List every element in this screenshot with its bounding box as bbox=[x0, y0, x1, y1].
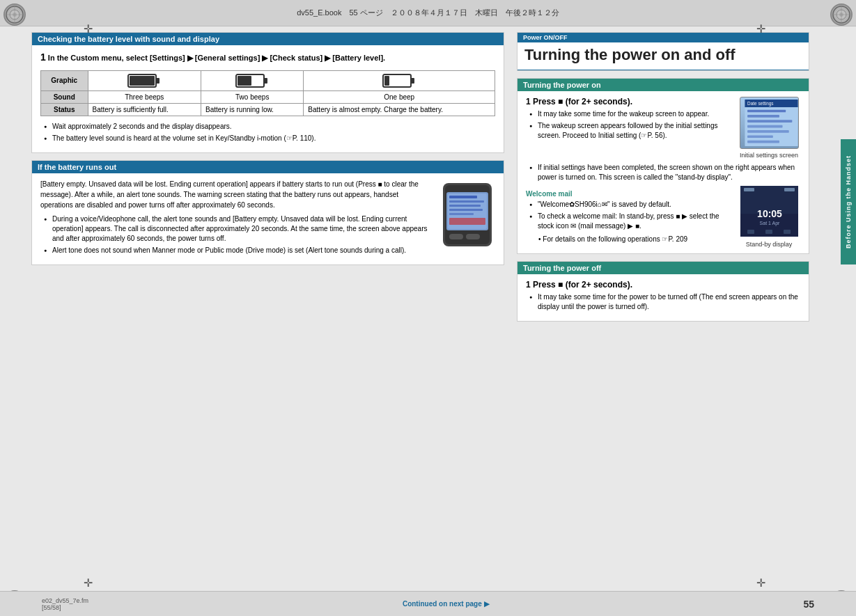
status-label: Status bbox=[54, 106, 75, 113]
two-beeps: Two beeps bbox=[235, 93, 269, 101]
power-on-bullets: It may take some time for the wakeup scr… bbox=[526, 109, 732, 141]
svg-rect-47 bbox=[747, 125, 782, 128]
standby-thumb: 10:05 Sat 1 Apr bbox=[738, 186, 800, 248]
svg-rect-45 bbox=[747, 115, 779, 118]
status-col1: Battery is sufficiently full. bbox=[88, 103, 201, 116]
left-column: Checking the battery level with sound an… bbox=[31, 32, 504, 585]
battery-section: Checking the battery level with sound an… bbox=[31, 32, 504, 153]
runout-header: If the battery runs out bbox=[32, 161, 504, 173]
power-label-text: Power ON/OFF bbox=[523, 34, 568, 41]
power-off-header-text: Turning the power off bbox=[523, 264, 601, 272]
graphic-label: Graphic bbox=[51, 77, 77, 84]
svg-rect-37 bbox=[449, 213, 474, 215]
corner-decoration-tr bbox=[830, 3, 853, 26]
svg-rect-21 bbox=[130, 76, 155, 86]
welcome-bullet-2: To check a welcome mail: In stand-by, pr… bbox=[529, 212, 732, 231]
power-off-bullet-1: It may take some time for the power to b… bbox=[529, 292, 800, 312]
three-beeps: Three beeps bbox=[125, 93, 164, 101]
runout-content: [Battery empty. Unsaved data will be los… bbox=[32, 173, 504, 264]
svg-rect-48 bbox=[747, 130, 789, 133]
svg-rect-25 bbox=[264, 78, 267, 84]
crosshair-tr: ✛ bbox=[756, 22, 765, 35]
battery-header: Checking the battery level with sound an… bbox=[32, 33, 504, 45]
topbar-text: dv55_E.book 55 ページ ２００８年４月１７日 木曜日 午後２時１２… bbox=[297, 8, 559, 18]
welcome-mail-section: Welcome mail "Welcome✿SH906i⌂✉" is saved… bbox=[526, 190, 732, 248]
runout-header-text: If the battery runs out bbox=[38, 163, 116, 171]
power-title: Turning the power on and off bbox=[518, 42, 809, 70]
sound-col3: One beep bbox=[304, 90, 495, 103]
file-info: e02_dv55_7e.fm [55/58] bbox=[42, 597, 88, 611]
svg-rect-58 bbox=[765, 230, 772, 234]
svg-rect-22 bbox=[156, 78, 159, 84]
runout-bullet-2: Alert tone does not sound when Manner mo… bbox=[44, 246, 433, 255]
sound-col2: Two beeps bbox=[201, 90, 304, 103]
status-label-cell: Status bbox=[41, 103, 88, 116]
crosshair-tl: ✛ bbox=[84, 22, 93, 35]
runout-text: [Battery empty. Unsaved data will be los… bbox=[40, 179, 433, 259]
svg-rect-38 bbox=[449, 218, 485, 225]
runout-bullet-1: During a voice/Videophone call, the aler… bbox=[44, 214, 433, 244]
power-on-main: 1 Press ■ (for 2+ seconds). It may take … bbox=[526, 97, 800, 159]
sound-label-cell: Sound bbox=[41, 90, 88, 103]
continued-text: Continued on next page ▶ bbox=[403, 600, 490, 608]
sidebar-label: Before Using the Handset bbox=[845, 155, 852, 248]
welcome-bullets: "Welcome✿SH906i⌂✉" is saved by default. … bbox=[526, 200, 732, 231]
status-col2: Battery is running low. bbox=[201, 103, 304, 116]
battery-instruction: 1 In the Custom menu, select [Settings] … bbox=[40, 51, 495, 65]
power-on-section: Turning the power on 1 Press ■ (for 2+ s… bbox=[517, 78, 809, 254]
battery-icon-low bbox=[304, 70, 495, 90]
welcome-bullet-1: "Welcome✿SH906i⌂✉" is saved by default. bbox=[529, 200, 732, 210]
power-off-header: Turning the power off bbox=[518, 262, 809, 274]
battery-icon-mid bbox=[201, 70, 304, 90]
runout-paragraph: [Battery empty. Unsaved data will be los… bbox=[40, 179, 433, 210]
svg-text:10:05: 10:05 bbox=[757, 208, 782, 219]
svg-text:Date settings: Date settings bbox=[747, 101, 773, 106]
right-column: Power ON/OFF Turning the power on and of… bbox=[517, 32, 809, 585]
svg-rect-46 bbox=[747, 120, 792, 123]
welcome-standby-row: Welcome mail "Welcome✿SH906i⌂✉" is saved… bbox=[526, 186, 800, 248]
standby-caption: Stand-by display bbox=[746, 241, 793, 248]
step-number-1: 1 bbox=[40, 52, 46, 63]
graphic-label-cell: Graphic bbox=[41, 70, 88, 90]
power-on-step: 1 Press ■ (for 2+ seconds). bbox=[526, 97, 732, 106]
sound-col1: Three beeps bbox=[88, 90, 201, 103]
svg-rect-55 bbox=[744, 188, 754, 191]
svg-rect-36 bbox=[449, 209, 483, 211]
one-beep: One beep bbox=[384, 93, 414, 101]
initial-settings-thumb: Date settings bbox=[738, 97, 800, 159]
power-off-section: Turning the power off 1 Press ■ (for 2+ … bbox=[517, 261, 809, 322]
standby-image: 10:05 Sat 1 Apr bbox=[740, 186, 798, 238]
runout-bullets: During a voice/Videophone call, the aler… bbox=[40, 214, 433, 255]
battery-content: 1 In the Custom menu, select [Settings] … bbox=[32, 45, 504, 152]
battery-header-text: Checking the battery level with sound an… bbox=[38, 35, 219, 43]
power-on-extra-bullets: If initial settings have been completed,… bbox=[526, 163, 800, 182]
runout-section: If the battery runs out [Battery empty. … bbox=[31, 160, 504, 265]
corner-decoration-tl bbox=[3, 3, 26, 26]
initial-settings-caption: Initial settings screen bbox=[740, 152, 798, 159]
svg-rect-59 bbox=[784, 230, 791, 234]
top-bar: dv55_E.book 55 ページ ２００８年４月１７日 木曜日 午後２時１２… bbox=[0, 0, 856, 26]
svg-rect-56 bbox=[784, 188, 795, 191]
bottom-bar: e02_dv55_7e.fm [55/58] Continued on next… bbox=[0, 591, 856, 616]
battery-instruction-text: In the Custom menu, select [Settings] ▶ … bbox=[48, 54, 385, 62]
svg-rect-39 bbox=[449, 234, 463, 239]
svg-rect-50 bbox=[747, 141, 779, 143]
battery-bullet-2: The battery level sound is heard at the … bbox=[44, 134, 495, 143]
welcome-sub: • For details on the following operation… bbox=[526, 235, 732, 244]
power-on-bullet-2: The wakeup screen appears followed by th… bbox=[529, 121, 732, 141]
battery-table: Graphic bbox=[40, 70, 495, 116]
svg-rect-49 bbox=[747, 135, 773, 138]
crosshair-br: ✛ bbox=[756, 576, 765, 590]
battery-bullets: Wait approximately 2 seconds and the dis… bbox=[40, 122, 495, 143]
svg-rect-40 bbox=[466, 234, 480, 239]
phone-image bbox=[439, 182, 495, 259]
svg-rect-27 bbox=[384, 76, 389, 86]
svg-rect-35 bbox=[449, 205, 481, 207]
page-number: 55 bbox=[803, 599, 814, 610]
svg-rect-57 bbox=[747, 230, 754, 234]
power-on-content: 1 Press ■ (for 2+ seconds). It may take … bbox=[518, 91, 809, 253]
power-off-bullets: It may take some time for the power to b… bbox=[526, 292, 800, 312]
power-off-step: 1 Press ■ (for 2+ seconds). bbox=[526, 280, 800, 290]
power-on-text: 1 Press ■ (for 2+ seconds). It may take … bbox=[526, 97, 732, 159]
extra-bullet: If initial settings have been completed,… bbox=[529, 163, 800, 182]
